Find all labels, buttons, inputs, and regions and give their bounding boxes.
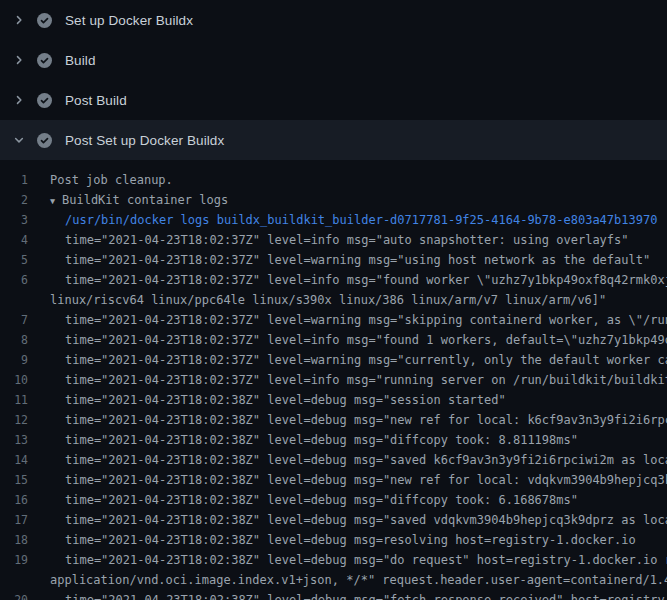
- log-text: time="2021-04-23T18:02:38Z" level=debug …: [50, 510, 667, 530]
- chevron-right-icon[interactable]: [13, 14, 29, 26]
- log-text: time="2021-04-23T18:02:38Z" level=debug …: [50, 430, 578, 450]
- log-line-number[interactable]: 19: [0, 550, 28, 570]
- check-circle-icon: [37, 53, 52, 68]
- log-line-number[interactable]: 15: [0, 470, 28, 490]
- log-line: 18time="2021-04-23T18:02:38Z" level=debu…: [0, 530, 667, 550]
- workflow-log-panel: Set up Docker BuildxBuildPost BuildPost …: [0, 0, 667, 600]
- log-line: 16time="2021-04-23T18:02:38Z" level=debu…: [0, 490, 667, 510]
- step-label: Post Set up Docker Buildx: [65, 133, 224, 148]
- log-line: 4time="2021-04-23T18:02:37Z" level=info …: [0, 230, 667, 250]
- log-text: application/vnd.oci.image.index.v1+json,…: [50, 570, 667, 590]
- log-text: time="2021-04-23T18:02:38Z" level=debug …: [50, 530, 636, 550]
- step-row-post-set-up-docker-buildx[interactable]: Post Set up Docker Buildx: [0, 120, 667, 160]
- log-line: 8time="2021-04-23T18:02:37Z" level=info …: [0, 330, 667, 350]
- log-line-number[interactable]: 6: [0, 270, 28, 290]
- log-text: time="2021-04-23T18:02:37Z" level=info m…: [50, 330, 667, 350]
- log-line-number[interactable]: 11: [0, 390, 28, 410]
- log-group-label[interactable]: BuildKit container logs: [62, 193, 228, 207]
- log-text: linux/riscv64 linux/ppc64le linux/s390x …: [50, 290, 606, 310]
- log-line-number[interactable]: 14: [0, 450, 28, 470]
- log-line: 20time="2021-04-23T18:02:38Z" level=debu…: [0, 590, 667, 600]
- log-line: 3/usr/bin/docker logs buildx_buildkit_bu…: [0, 210, 667, 230]
- step-row-post-build[interactable]: Post Build: [0, 80, 667, 120]
- log-line: 7time="2021-04-23T18:02:37Z" level=warni…: [0, 310, 667, 330]
- triangle-down-icon[interactable]: ▼: [50, 191, 62, 211]
- log-line: 2▼BuildKit container logs: [0, 190, 667, 210]
- log-text: time="2021-04-23T18:02:37Z" level=warnin…: [50, 250, 650, 270]
- log-line-number[interactable]: 3: [0, 210, 28, 230]
- log-line-number[interactable]: 12: [0, 410, 28, 430]
- log-text: time="2021-04-23T18:02:38Z" level=debug …: [50, 590, 667, 600]
- log-line: 5time="2021-04-23T18:02:37Z" level=warni…: [0, 250, 667, 270]
- step-label: Set up Docker Buildx: [65, 13, 193, 28]
- log-line: 19time="2021-04-23T18:02:38Z" level=debu…: [0, 550, 667, 570]
- log-line-number[interactable]: 7: [0, 310, 28, 330]
- step-label: Post Build: [65, 93, 127, 108]
- log-line-number[interactable]: 8: [0, 330, 28, 350]
- log-line-number[interactable]: 1: [0, 170, 28, 190]
- log-line-number[interactable]: 4: [0, 230, 28, 250]
- check-circle-icon: [37, 133, 52, 148]
- log-text: time="2021-04-23T18:02:37Z" level=info m…: [50, 270, 667, 290]
- log-line: 9time="2021-04-23T18:02:37Z" level=warni…: [0, 350, 667, 370]
- log-line-number[interactable]: 18: [0, 530, 28, 550]
- log-line-continuation: application/vnd.oci.image.index.v1+json,…: [0, 570, 667, 590]
- log-text: time="2021-04-23T18:02:37Z" level=warnin…: [50, 310, 667, 330]
- log-line-number: [0, 570, 28, 590]
- log-line-number[interactable]: 13: [0, 430, 28, 450]
- log-line: 1Post job cleanup.: [0, 170, 667, 190]
- step-row-set-up-docker-buildx[interactable]: Set up Docker Buildx: [0, 0, 667, 40]
- log-line: 10time="2021-04-23T18:02:37Z" level=info…: [0, 370, 667, 390]
- log-text: time="2021-04-23T18:02:38Z" level=debug …: [50, 550, 667, 570]
- log-text: time="2021-04-23T18:02:37Z" level=info m…: [50, 370, 667, 390]
- log-line: 6time="2021-04-23T18:02:37Z" level=info …: [0, 270, 667, 290]
- chevron-right-icon[interactable]: [13, 94, 29, 106]
- log-line-number[interactable]: 10: [0, 370, 28, 390]
- steps-list: Set up Docker BuildxBuildPost BuildPost …: [0, 0, 667, 160]
- log-command-text: /usr/bin/docker logs buildx_buildkit_bui…: [50, 210, 657, 230]
- chevron-down-icon[interactable]: [13, 134, 29, 146]
- log-line-number[interactable]: 2: [0, 190, 28, 210]
- log-line: 11time="2021-04-23T18:02:38Z" level=debu…: [0, 390, 667, 410]
- log-viewer: 1Post job cleanup.2▼BuildKit container l…: [0, 160, 667, 600]
- log-text: time="2021-04-23T18:02:38Z" level=debug …: [50, 470, 667, 490]
- check-circle-icon: [37, 13, 52, 28]
- log-text: time="2021-04-23T18:02:38Z" level=debug …: [50, 490, 578, 510]
- log-line-number[interactable]: 20: [0, 590, 28, 600]
- check-circle-icon: [37, 93, 52, 108]
- step-row-build[interactable]: Build: [0, 40, 667, 80]
- log-line: 14time="2021-04-23T18:02:38Z" level=debu…: [0, 450, 667, 470]
- log-line-number[interactable]: 9: [0, 350, 28, 370]
- log-line: 13time="2021-04-23T18:02:38Z" level=debu…: [0, 430, 667, 450]
- log-line-number: [0, 290, 28, 310]
- log-text: time="2021-04-23T18:02:37Z" level=info m…: [50, 230, 629, 250]
- log-line: 17time="2021-04-23T18:02:38Z" level=debu…: [0, 510, 667, 530]
- log-text: ▼BuildKit container logs: [50, 190, 228, 210]
- log-text: Post job cleanup.: [50, 170, 173, 190]
- log-line-continuation: linux/riscv64 linux/ppc64le linux/s390x …: [0, 290, 667, 310]
- log-line-number[interactable]: 16: [0, 490, 28, 510]
- step-label: Build: [65, 53, 96, 68]
- log-text: time="2021-04-23T18:02:37Z" level=warnin…: [50, 350, 667, 370]
- log-text: time="2021-04-23T18:02:38Z" level=debug …: [50, 450, 667, 470]
- log-line: 15time="2021-04-23T18:02:38Z" level=debu…: [0, 470, 667, 490]
- log-line: 12time="2021-04-23T18:02:38Z" level=debu…: [0, 410, 667, 430]
- chevron-right-icon[interactable]: [13, 54, 29, 66]
- log-text: time="2021-04-23T18:02:38Z" level=debug …: [50, 410, 667, 430]
- log-text: time="2021-04-23T18:02:38Z" level=debug …: [50, 390, 506, 410]
- log-line-number[interactable]: 5: [0, 250, 28, 270]
- log-line-number[interactable]: 17: [0, 510, 28, 530]
